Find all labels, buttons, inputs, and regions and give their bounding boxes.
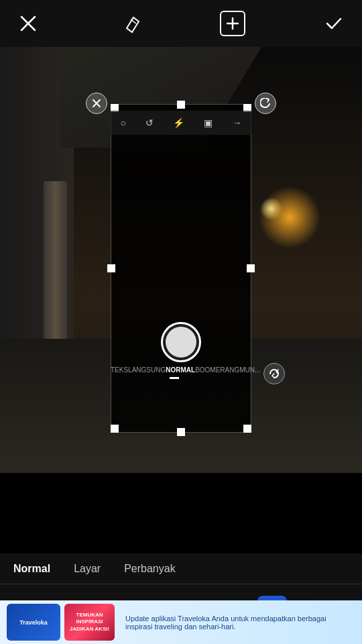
ad-banner[interactable]: Traveloka TEMUKAN INSPIRASIJADIKAN AKSI!… <box>0 600 362 644</box>
main-canvas[interactable]: ○ ↺ ⚡ ▣ → TEKS LANGSUNG NORMAL BOOMERANG… <box>0 47 362 473</box>
sticker-btn-arrow[interactable]: → <box>232 117 241 128</box>
top-toolbar <box>0 0 362 47</box>
sticker-btn-flash[interactable]: ⚡ <box>173 117 184 128</box>
handle-top-mid[interactable] <box>177 101 185 109</box>
mode-mun[interactable]: MUN... <box>239 366 260 374</box>
sticker-rotate-button[interactable] <box>255 93 276 114</box>
handle-left-mid[interactable] <box>107 264 115 272</box>
sticker-refresh-button[interactable] <box>263 363 285 384</box>
add-button[interactable] <box>220 11 245 36</box>
sticker-btn-grid[interactable]: ▣ <box>204 117 213 128</box>
shutter-button[interactable] <box>161 322 201 362</box>
camera-mode-strip: TEKS LANGSUNG NORMAL BOOMERANG MUN... <box>111 366 251 374</box>
sticker-inner-toolbar: ○ ↺ ⚡ ▣ → <box>111 111 251 135</box>
mode-normal[interactable]: NORMAL <box>166 366 195 374</box>
sticker-overlay[interactable] <box>111 104 251 433</box>
mode-indicator <box>170 377 179 379</box>
ad-logo: Traveloka <box>7 604 60 641</box>
mode-teks[interactable]: TEKS <box>111 366 128 374</box>
sticker-btn-circle[interactable]: ○ <box>121 117 126 128</box>
tab-layar[interactable]: Layar <box>74 563 101 575</box>
bottom-mode-tabs: Normal Layar Perbanyak <box>0 553 362 584</box>
confirm-button[interactable] <box>319 9 349 38</box>
handle-bottom-mid[interactable] <box>177 428 185 436</box>
handle-bottom-left[interactable] <box>111 425 119 433</box>
sticker-btn-rotate[interactable]: ↺ <box>145 117 154 128</box>
mode-langsung[interactable]: LANGSUNG <box>128 366 166 374</box>
handle-right-mid[interactable] <box>247 264 255 272</box>
handle-bottom-right[interactable] <box>243 425 251 433</box>
eraser-button[interactable] <box>117 9 146 38</box>
sticker-close-button[interactable] <box>86 93 107 114</box>
tab-perbanyak[interactable]: Perbanyak <box>124 563 176 575</box>
close-button[interactable] <box>13 9 43 38</box>
tab-normal[interactable]: Normal <box>13 563 50 575</box>
ad-middle: TEMUKAN INSPIRASIJADIKAN AKSI! <box>64 604 115 641</box>
shutter-inner <box>166 327 196 358</box>
mode-boomerang[interactable]: BOOMERANG <box>195 366 239 374</box>
ad-text: Update aplikasi Traveloka Anda untuk men… <box>119 614 355 631</box>
